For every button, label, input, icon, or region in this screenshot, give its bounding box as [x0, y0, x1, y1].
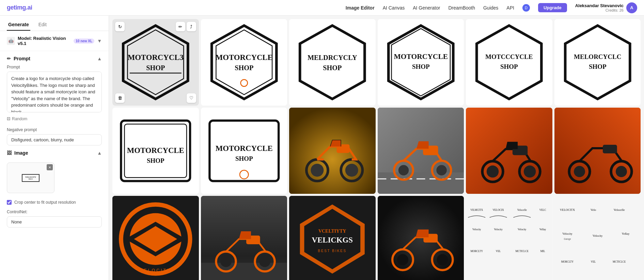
image-card[interactable]: VCELTIYTY VELICKGS BEST BIKES	[289, 196, 376, 280]
card-bottom-actions-2: 🗑 ♡	[204, 93, 285, 103]
image-card[interactable]	[289, 108, 376, 194]
nav: Image Editor AI Canvas AI Generator Drea…	[346, 2, 637, 13]
negative-prompt-input[interactable]	[7, 134, 102, 145]
model-icon: 🤖	[7, 37, 15, 45]
image-card[interactable]	[378, 196, 464, 280]
image-card[interactable]	[378, 108, 464, 194]
image-card[interactable]: MELORCYCLC SHOP	[554, 19, 641, 106]
user-credits: Credits: 26	[575, 8, 624, 12]
image-card[interactable]: MOTORCYCL3 SHOP ↻ ✏ ⤴ 🗑	[112, 19, 199, 106]
heart-button[interactable]: ♡	[187, 93, 196, 103]
edit-button[interactable]: ✏	[176, 22, 185, 31]
model-badge: 10 new XL	[74, 38, 94, 44]
content-area: MOTORCYCL3 SHOP ↻ ✏ ⤴ 🗑	[109, 16, 644, 280]
image-card[interactable]: MOTORCYCLE SHOP	[378, 19, 464, 106]
controlnet-label: ControlNet:	[0, 208, 109, 216]
image-icon: 🖼	[7, 150, 12, 156]
card-1-overlay: ↻ ✏ ⤴ 🗑 ♡	[112, 19, 199, 106]
image-title: 🖼 Image	[7, 150, 28, 156]
image-chevron-icon[interactable]: ▲	[97, 150, 102, 156]
controlnet-select[interactable]: None Canny Depth Pose	[7, 216, 102, 228]
crop-label: Crop center to fit output resolution	[14, 200, 76, 205]
card-bottom-actions: 🗑 ♡	[115, 93, 196, 103]
image-grid: MOTORCYCL3 SHOP ↻ ✏ ⤴ 🗑	[112, 19, 641, 280]
refresh-button[interactable]: ↻	[115, 22, 125, 31]
nav-dreambooth[interactable]: DreamBooth	[448, 5, 475, 11]
model-name: Model: Realistic Vision v5.1	[18, 36, 71, 46]
avatar[interactable]: A	[626, 2, 637, 13]
nav-ai-generator[interactable]: AI Generator	[413, 5, 440, 11]
image-card[interactable]	[201, 196, 287, 280]
card-top-actions: ↻ ✏ ⤴	[115, 22, 196, 31]
image-card[interactable]: MELDRCYCLY SHOP ↻	[289, 19, 376, 106]
share-button[interactable]: ⤴	[187, 22, 196, 31]
image-card[interactable]: MOTORCYCLE SHOP	[112, 108, 199, 194]
prompt-input[interactable]: Create a logo for a motorcycle shop call…	[7, 72, 102, 112]
image-preview-section: VELOCITY BIKES ✕	[0, 159, 109, 197]
refresh-btn-2[interactable]: ↻	[204, 22, 213, 31]
delete-preview-button[interactable]: ✕	[47, 164, 53, 170]
nav-ai-canvas[interactable]: AI Canvas	[383, 5, 405, 11]
user-name: Aleksandar Stevanovic	[575, 3, 624, 8]
prompt-chevron-icon[interactable]: ▲	[97, 56, 102, 61]
upgrade-button[interactable]: Upgrade	[538, 3, 567, 12]
image-card[interactable]: MOTORCYCLE SHOP	[201, 108, 287, 194]
main-layout: Generate Edit 🤖 Model: Realistic Vision …	[0, 16, 644, 280]
card-top-actions-2: ↻ ✏ ⤴	[204, 22, 285, 31]
model-chevron-icon[interactable]: ▼	[97, 38, 102, 44]
image-card[interactable]: VELOCITX Velo Velocelle Velocity Garage …	[554, 196, 641, 280]
discord-icon[interactable]: D	[522, 4, 530, 12]
image-title-text: Image	[14, 150, 28, 156]
delete-btn-2[interactable]: 🗑	[204, 93, 213, 103]
user-area[interactable]: Aleksandar Stevanovic Credits: 26 A	[575, 2, 637, 13]
prompt-label: Prompt	[0, 65, 109, 72]
tab-generate[interactable]: Generate	[7, 19, 30, 31]
refresh-btn-3[interactable]: ↻	[292, 22, 301, 31]
logo-text: getimg.ai	[7, 4, 32, 11]
edit-btn-2[interactable]: ✏	[264, 22, 273, 31]
sidebar: Generate Edit 🤖 Model: Realistic Vision …	[0, 16, 109, 280]
header: getimg.ai Image Editor AI Canvas AI Gene…	[0, 0, 644, 16]
image-card[interactable]: VILMCITX VELOCIX Velocelle VELC Velocity…	[466, 196, 552, 280]
prompt-title-text: Prompt	[14, 56, 30, 61]
image-card[interactable]: MOTORCYCLE SHOP ↻ ✏ ⤴ 🗑	[201, 19, 287, 106]
image-preview: VELOCITY BIKES ✕	[7, 162, 54, 193]
share-btn-2[interactable]: ⤴	[275, 22, 284, 31]
pencil-icon: ✏	[7, 56, 11, 61]
tab-edit[interactable]: Edit	[37, 19, 48, 31]
image-card[interactable]: MOTCCCYCLE SHOP	[466, 19, 552, 106]
random-icon: ⚄	[7, 116, 10, 121]
image-card[interactable]	[466, 108, 552, 194]
image-section-header[interactable]: 🖼 Image ▲	[0, 145, 109, 159]
model-selector[interactable]: 🤖 Model: Realistic Vision v5.1 10 new XL…	[0, 31, 109, 51]
nav-guides[interactable]: Guides	[483, 5, 498, 11]
image-card[interactable]	[554, 108, 641, 194]
heart-btn-2[interactable]: ♡	[275, 93, 284, 103]
crop-checkbox[interactable]	[7, 200, 12, 205]
random-button[interactable]: ⚄ Random	[0, 114, 34, 124]
delete-button[interactable]: 🗑	[115, 93, 125, 103]
negative-prompt-label: Negative prompt	[0, 124, 109, 134]
prompt-section-header[interactable]: ✏ Prompt ▲	[0, 51, 109, 65]
tabs: Generate Edit	[0, 16, 109, 31]
crop-checkbox-row: Crop center to fit output resolution	[0, 197, 109, 208]
nav-image-editor[interactable]: Image Editor	[346, 5, 375, 11]
random-label: Random	[12, 116, 27, 121]
image-card[interactable]: VELOCITY	[112, 196, 199, 280]
preview-logo: VELOCITY BIKES	[22, 174, 40, 182]
prompt-title: ✏ Prompt	[7, 56, 30, 61]
logo[interactable]: getimg.ai	[7, 4, 32, 11]
user-info: Aleksandar Stevanovic Credits: 26	[575, 3, 624, 12]
nav-api[interactable]: API	[506, 5, 514, 11]
card-top-actions-3: ↻	[292, 22, 373, 31]
